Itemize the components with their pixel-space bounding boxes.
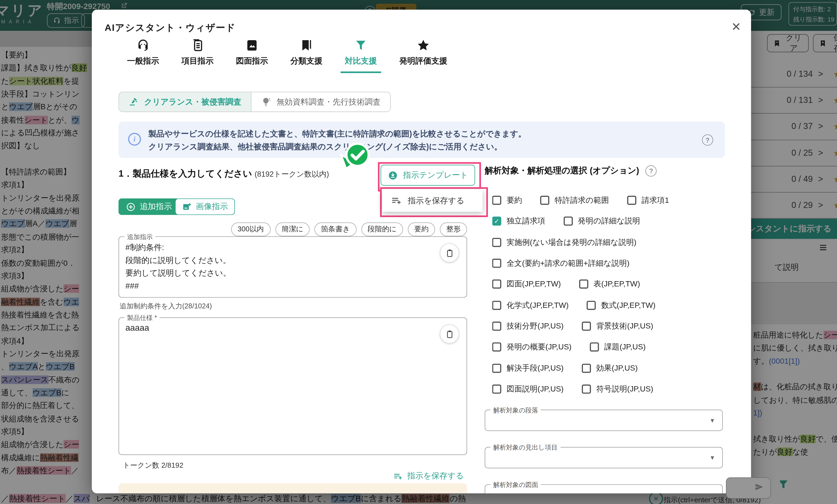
checkbox-row: 要約 特許請求の範囲 請求項1 <box>492 190 743 211</box>
image-instruction-button[interactable]: 画像指示 <box>175 198 235 215</box>
chat-input-sliver <box>726 477 785 501</box>
analysis-checkbox-item[interactable]: 請求項1 <box>627 195 669 206</box>
checkbox-label: 請求項1 <box>642 195 669 206</box>
analysis-checkbox-item[interactable]: 符号説明(JP,US) <box>582 384 653 394</box>
tab-comparison-support[interactable]: 対比支援 <box>341 35 381 73</box>
checkbox[interactable] <box>492 322 501 331</box>
analysis-checkbox-item[interactable]: 図面(JP,EP,TW) <box>492 279 561 290</box>
tab-classification-support[interactable]: 分類支援 <box>286 35 326 73</box>
funnel-icon <box>354 38 368 52</box>
additional-helper-text: 追加制約条件を入力(28/1024) <box>120 301 212 311</box>
clipboard-icon[interactable] <box>440 324 459 343</box>
quick-chip[interactable]: 段階的に <box>361 222 403 236</box>
analysis-checkbox-item[interactable]: 数式(JP,EP,TW) <box>587 300 656 310</box>
checkbox-label: 図面説明(JP,US) <box>506 384 564 394</box>
analysis-checkbox-item[interactable]: 化学式(JP,EP,TW) <box>492 300 569 310</box>
star-icon <box>416 38 430 52</box>
tab-invention-evaluation-support[interactable]: 発明評価支援 <box>395 35 452 73</box>
checkbox[interactable] <box>492 301 501 310</box>
additional-instruction-value[interactable]: #制約条件: 段階的に説明してください。 要約して説明してください。 ### <box>126 241 231 292</box>
save-instruction-menu-item[interactable]: 指示を保存する <box>382 189 482 211</box>
checkbox[interactable] <box>579 280 588 289</box>
clipboard-icon[interactable] <box>440 243 459 262</box>
checkbox[interactable] <box>563 217 572 226</box>
quick-chip[interactable]: 要約 <box>408 222 435 236</box>
next-section-peek <box>119 483 467 493</box>
checkbox[interactable] <box>492 363 501 373</box>
analysis-checkbox-item[interactable]: 要約 <box>492 195 522 206</box>
analysis-checkbox-item[interactable]: 効果(JP,US) <box>582 363 638 373</box>
checkbox[interactable] <box>492 384 501 393</box>
checkbox-label: 発明の概要(JP,US) <box>506 342 572 352</box>
analysis-checkbox-item[interactable]: 表(JP,EP,TW) <box>579 279 640 290</box>
close-icon[interactable]: ✕ <box>730 20 742 34</box>
checkbox-label: 化学式(JP,EP,TW) <box>506 300 569 310</box>
checkbox[interactable] <box>492 196 501 205</box>
analysis-checkbox-item[interactable]: 解決手段(JP,US) <box>492 363 564 373</box>
checkbox[interactable] <box>587 301 596 310</box>
instruction-template-button[interactable]: 指示テンプレート <box>380 165 475 186</box>
analysis-checkbox-item[interactable]: 発明の概要(JP,US) <box>492 342 572 352</box>
analysis-checkbox-item[interactable]: 実施例(ない場合は発明の詳細な説明) <box>492 237 637 247</box>
analysis-select[interactable]: 解析対象の段落 ▼ <box>485 410 723 431</box>
tab-general-instruction[interactable]: 一般指示 <box>123 35 163 73</box>
analysis-checkbox-item[interactable]: 図面説明(JP,US) <box>492 384 564 394</box>
quick-chip[interactable]: 整形 <box>440 222 467 236</box>
product-spec-field[interactable]: 製品仕様 * aaaaa <box>119 317 467 455</box>
desk-lamp-icon <box>129 97 139 107</box>
send-icon[interactable] <box>754 482 765 492</box>
check-cursor-badge <box>338 141 371 174</box>
add-instruction-button[interactable]: 追加指示 <box>119 198 179 215</box>
quick-chip[interactable]: 箇条書き <box>315 222 357 236</box>
checkbox[interactable] <box>492 217 501 226</box>
checkbox-label: 表(JP,EP,TW) <box>593 279 640 290</box>
product-spec-value[interactable]: aaaaa <box>126 323 149 333</box>
tab-drawing-instruction[interactable]: 図面指示 <box>232 35 272 73</box>
mode-invalidity-prior-art[interactable]: 無効資料調査・先行技術調査 <box>251 92 390 111</box>
list-device-icon <box>191 38 204 52</box>
analysis-checkbox-grid: 要約 特許請求の範囲 請求項1 <box>492 190 743 399</box>
additional-instruction-field[interactable]: 追加指示 #制約条件: 段階的に説明してください。 要約して説明してください。 … <box>119 236 467 298</box>
checkbox[interactable] <box>582 322 591 331</box>
analysis-checkbox-item[interactable]: 発明の詳細な説明 <box>563 216 640 226</box>
analysis-select[interactable]: 解析対象の図面 ▼ <box>485 484 723 493</box>
chevron-down-icon: ▼ <box>710 454 715 461</box>
checkbox-row: 図面説明(JP,US) 符号説明(JP,US) <box>492 378 743 399</box>
checkbox[interactable] <box>492 238 501 247</box>
analysis-checkbox-item[interactable]: 全文(要約+請求の範囲+詳細な説明) <box>492 258 630 268</box>
image-plus-icon <box>182 202 192 211</box>
list-plus-icon <box>393 471 403 481</box>
tab-item-instruction[interactable]: 項目指示 <box>177 35 218 73</box>
quick-chip[interactable]: 簡潔に <box>275 222 310 236</box>
help-icon[interactable]: ? <box>646 165 657 176</box>
chevron-down-icon: ▼ <box>710 417 715 423</box>
checkbox[interactable] <box>492 259 501 268</box>
help-icon[interactable]: ? <box>702 134 713 146</box>
checkbox[interactable] <box>627 196 636 205</box>
analysis-checkbox-item[interactable]: 独立請求項 <box>492 216 546 226</box>
checkbox[interactable] <box>582 384 591 393</box>
analysis-checkbox-item[interactable]: 課題(JP,US) <box>590 342 646 352</box>
analysis-checkbox-item[interactable]: 特許請求の範囲 <box>540 195 609 206</box>
checkbox-label: 課題(JP,US) <box>604 342 646 352</box>
info-icon: i <box>128 133 141 146</box>
mode-clearance-infringement[interactable]: クリアランス・被侵害調査 <box>119 92 251 111</box>
select-label: 解析対象の図面 <box>491 481 541 490</box>
checkbox[interactable] <box>492 342 501 352</box>
analysis-select[interactable]: 解析対象の見出し項目 ▼ <box>485 447 723 468</box>
checkbox-label: 全文(要約+請求の範囲+詳細な説明) <box>506 258 629 268</box>
checkbox-label: 特許請求の範囲 <box>554 195 609 206</box>
info-line-1: 製品やサービスの仕様を記述した文書と、特許文書(主に特許請求の範囲)を比較させる… <box>148 127 526 140</box>
checkbox-label: 独立請求項 <box>506 216 546 226</box>
quick-chip[interactable]: 300以内 <box>231 222 270 236</box>
checkbox[interactable] <box>492 280 501 289</box>
plus-circle-icon <box>126 202 136 211</box>
list-plus-icon <box>391 195 402 206</box>
filter-icon[interactable] <box>778 480 788 490</box>
analysis-checkbox-item[interactable]: 技術分野(JP,US) <box>492 321 564 331</box>
checkbox[interactable] <box>540 196 549 205</box>
checkbox[interactable] <box>590 342 599 352</box>
save-instruction-link[interactable]: 指示を保存する <box>307 470 467 482</box>
analysis-checkbox-item[interactable]: 背景技術(JP,US) <box>582 321 653 331</box>
checkbox[interactable] <box>582 363 591 373</box>
